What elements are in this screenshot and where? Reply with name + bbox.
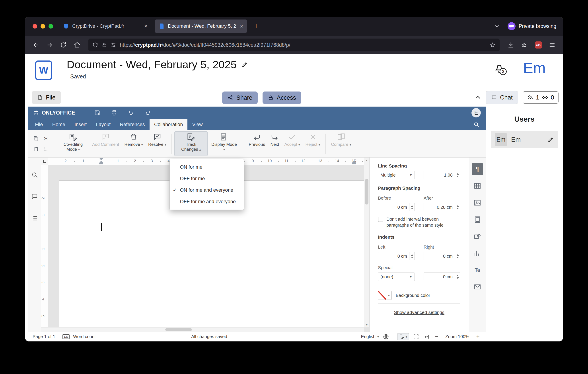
ublock-button[interactable]: uB [532,39,544,51]
language-selector[interactable]: English▾ [361,334,379,339]
notifications-button[interactable]: 2 [494,62,505,74]
previous-change-button[interactable]: Previous [246,131,268,156]
line-spacing-value-input[interactable]: 1.08 [424,171,460,179]
tab-document[interactable]: Document - Wed, February 5, 2 × [155,20,247,33]
spinner-icon[interactable] [455,252,460,260]
checkbox[interactable] [378,217,383,222]
track-menu-item-on-for-me-and-everyone[interactable]: ✓ON for me and everyone [170,184,244,196]
word-count-button[interactable]: Word count [73,334,96,339]
fit-width-icon[interactable] [423,334,429,340]
spacing-before-input[interactable]: 0 cm [378,203,415,211]
resolve-button[interactable]: Resolve ▾ [146,131,169,156]
cut-icon[interactable]: ✂ [44,135,48,142]
downloads-button[interactable] [505,39,517,51]
coediting-mode-button[interactable]: Co-editing Mode ▾ [57,131,90,156]
horizontal-scroll-thumb[interactable] [165,328,192,331]
first-line-indent-marker[interactable] [99,158,103,160]
indent-right-input[interactable]: 0 cm [424,252,460,260]
url-bar[interactable]: https://cryptpad.fr/doc/#/3/doc/edit/ff0… [88,39,500,52]
image-settings-tab[interactable] [472,197,483,208]
reload-button[interactable] [57,39,69,51]
chevron-down-icon[interactable]: ▼ [386,291,391,300]
redo-icon[interactable] [145,110,151,116]
file-button[interactable]: File [32,91,61,104]
background-color-picker[interactable]: ▼ [378,291,392,300]
user-list-item[interactable]: Em Em [491,131,558,148]
url-text[interactable]: https://cryptpad.fr/doc/#/3/doc/edit/ff0… [120,42,486,48]
presence-indicator[interactable]: 1 0 [523,91,558,104]
tab-cryptdrive[interactable]: CryptDrive - CryptPad.fr × [59,20,152,33]
indent-left-input[interactable]: 0 cm [378,252,415,260]
find-icon[interactable] [31,171,38,178]
menu-button[interactable] [546,39,558,51]
fit-page-icon[interactable] [413,334,419,340]
textart-settings-tab[interactable]: Ta [472,264,483,276]
collapse-toolbar-chevron-icon[interactable] [474,94,481,101]
account-avatar[interactable]: Em [523,59,546,76]
save-icon[interactable] [94,110,100,116]
special-indent-select[interactable]: (none)▼ [378,272,415,281]
special-indent-input[interactable]: 0 cm [424,272,460,281]
undo-icon[interactable] [128,110,134,116]
oo-tab-view[interactable]: View [188,119,207,130]
minimize-window-button[interactable] [41,24,45,29]
vertical-scrollbar[interactable]: ▲ ▼ [364,157,369,327]
comments-icon[interactable] [31,193,38,200]
lock-icon[interactable] [102,42,107,48]
oo-tab-layout[interactable]: Layout [91,119,115,130]
spinner-icon[interactable] [455,171,460,179]
print-icon[interactable] [111,110,117,116]
editor-search-button[interactable] [469,119,483,130]
home-button[interactable] [71,39,83,51]
scroll-up-icon[interactable]: ▲ [364,157,369,163]
paragraph-settings-tab[interactable]: ¶ [472,163,483,175]
spinner-icon[interactable] [409,203,415,211]
horizontal-scrollbar[interactable] [41,327,364,332]
paste-icon[interactable] [33,146,39,152]
spinner-icon[interactable] [455,203,460,211]
next-change-button[interactable]: Next [268,131,282,156]
mailmerge-settings-tab[interactable] [472,281,483,293]
page-indicator[interactable]: Page 1 of 1 [32,334,55,339]
display-mode-button[interactable]: Display Mode ▾ [208,131,240,156]
editor-user-avatar[interactable]: E [472,108,481,117]
share-button[interactable]: Share [222,92,258,104]
spinner-icon[interactable] [455,273,460,281]
scroll-down-icon[interactable]: ▼ [364,322,369,327]
tab-stop-selector[interactable] [41,157,48,165]
zoom-out-button[interactable]: − [433,333,440,340]
bookmark-star-icon[interactable] [490,42,496,48]
navigation-icon[interactable] [31,215,38,222]
shape-settings-tab[interactable] [472,231,483,242]
permissions-icon[interactable] [111,42,116,48]
edit-user-pencil-icon[interactable] [547,136,554,143]
oo-tab-references[interactable]: References [115,119,149,130]
back-button[interactable] [30,39,42,51]
track-menu-item-on-for-me[interactable]: ON for me [170,161,244,173]
extensions-button[interactable] [519,39,531,51]
copy-icon[interactable] [33,136,39,142]
vertical-ruler[interactable]: 21123456 [41,165,48,327]
track-menu-item-off-for-me[interactable]: OFF for me [170,173,244,184]
edit-title-pencil-icon[interactable] [242,61,248,68]
headerfooter-settings-tab[interactable] [472,214,483,225]
remove-button[interactable]: Remove ▾ [122,131,146,156]
table-settings-tab[interactable] [472,180,483,192]
tab-close-icon[interactable]: × [144,23,147,29]
oo-tab-insert[interactable]: Insert [70,119,91,130]
close-window-button[interactable] [32,24,37,29]
zoom-in-button[interactable]: + [474,333,481,340]
vertical-scroll-thumb[interactable] [365,179,368,205]
tracking-shield-icon[interactable] [92,42,98,48]
chat-button[interactable]: Chat [486,91,518,104]
line-spacing-select[interactable]: Multiple▼ [378,171,415,179]
spacing-after-input[interactable]: 0.28 cm [424,203,460,211]
oo-tab-collaboration[interactable]: Collaboration [149,119,188,130]
list-tabs-chevron-icon[interactable] [494,23,500,29]
spinner-icon[interactable] [409,252,415,260]
spellcheck-globe-icon[interactable] [383,334,389,340]
tab-close-icon[interactable]: × [240,23,243,29]
no-interval-checkbox-row[interactable]: Don't add interval between paragraphs of… [378,216,460,228]
access-button[interactable]: Access [262,92,301,104]
zoom-level[interactable]: Zoom 100% [444,334,471,339]
